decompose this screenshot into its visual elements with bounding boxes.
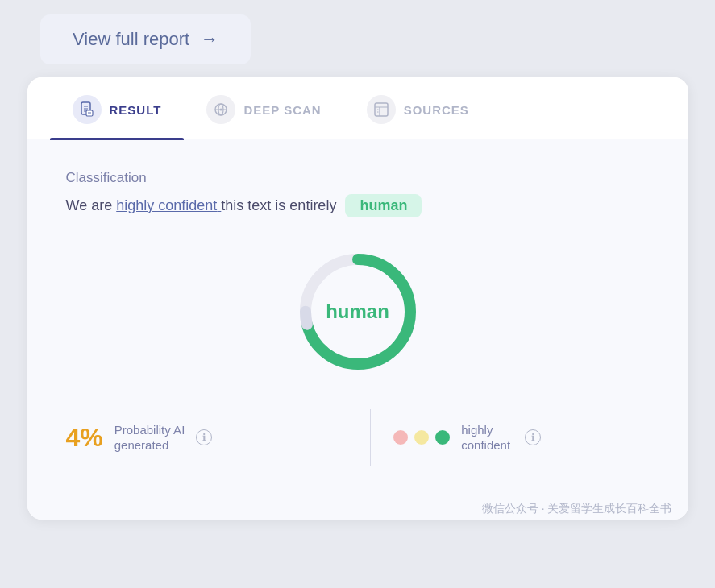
donut-chart bbox=[289, 243, 426, 380]
dot-high bbox=[435, 430, 450, 445]
confidence-dots bbox=[393, 430, 450, 445]
watermark-text: 微信公众号 · 关爱留学生成长百科全书 bbox=[482, 502, 672, 515]
tab-sources[interactable]: SOURCES bbox=[344, 77, 492, 139]
tab-result-label: RESULT bbox=[110, 103, 162, 117]
arrow-icon: → bbox=[201, 29, 218, 50]
tab-deep-scan-label: DEEP SCAN bbox=[243, 103, 321, 117]
watermark: 微信公众号 · 关爱留学生成长百科全书 bbox=[27, 494, 688, 520]
stat-probability: 4% Probability AIgenerated ℹ bbox=[66, 422, 347, 453]
stats-row: 4% Probability AIgenerated ℹ highlyconfi… bbox=[66, 409, 650, 466]
view-full-report-button[interactable]: View full report → bbox=[40, 14, 251, 64]
tab-deep-scan[interactable]: DEEP SCAN bbox=[184, 77, 343, 139]
result-tab-icon bbox=[73, 95, 102, 124]
deep-scan-tab-icon bbox=[206, 95, 235, 124]
dot-low bbox=[393, 430, 408, 445]
probability-label: Probability AIgenerated bbox=[114, 422, 185, 453]
main-card: RESULT DEEP SCAN bbox=[27, 77, 688, 520]
donut-chart-container: human bbox=[66, 243, 650, 380]
sources-tab-icon bbox=[367, 95, 396, 124]
confidence-label: highlyconfident bbox=[461, 422, 510, 453]
view-full-report-label: View full report bbox=[73, 29, 189, 50]
human-badge: human bbox=[345, 194, 422, 217]
tab-sources-label: SOURCES bbox=[404, 103, 469, 117]
highly-confident-link[interactable]: highly confident bbox=[116, 197, 221, 213]
probability-info-icon[interactable]: ℹ bbox=[196, 429, 212, 445]
sentence-start: We are bbox=[66, 197, 113, 213]
svg-point-9 bbox=[220, 109, 222, 111]
svg-rect-10 bbox=[375, 103, 388, 116]
tabs-bar: RESULT DEEP SCAN bbox=[27, 77, 688, 139]
tab-result[interactable]: RESULT bbox=[50, 77, 185, 139]
vertical-divider bbox=[370, 409, 372, 466]
classification-heading: Classification bbox=[66, 170, 650, 186]
classification-sentence: We are highly confident this text is ent… bbox=[66, 194, 650, 217]
probability-percent: 4% bbox=[66, 423, 103, 453]
stat-confidence: highlyconfident ℹ bbox=[393, 422, 649, 453]
sentence-end: this text is entirely bbox=[221, 197, 340, 213]
dot-medium bbox=[414, 430, 429, 445]
card-body: Classification We are highly confident t… bbox=[27, 139, 688, 494]
confidence-info-icon[interactable]: ℹ bbox=[525, 429, 541, 445]
